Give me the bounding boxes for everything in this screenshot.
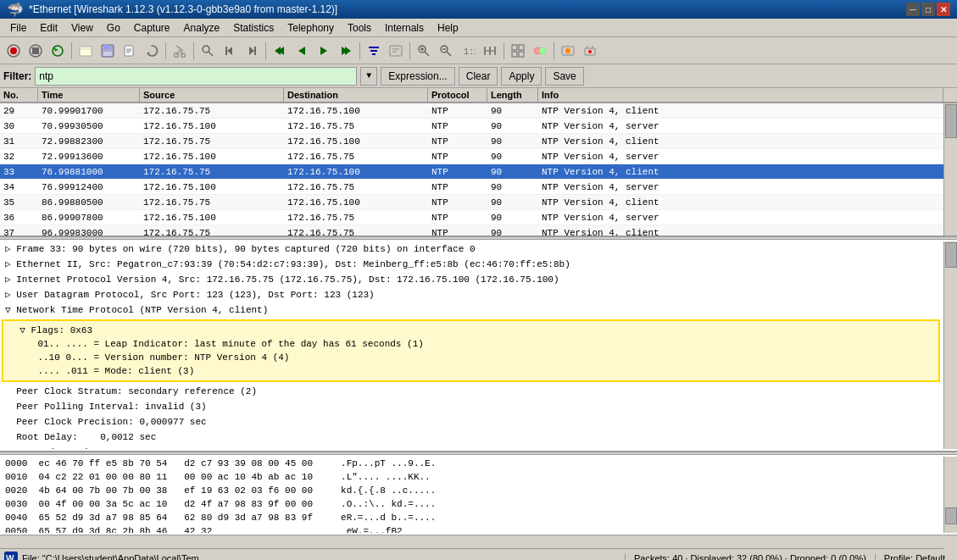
close-button[interactable]: ✕ xyxy=(937,3,950,16)
svg-rect-23 xyxy=(225,47,227,55)
cell-proto-3: NTP xyxy=(428,149,487,164)
hex-row-3: 0030 00 4f 00 00 3a 5c ac 10 d2 4f a7 98… xyxy=(5,497,938,511)
toolbar-interfaces[interactable] xyxy=(580,41,600,61)
toolbar-prev[interactable] xyxy=(292,41,312,61)
toolbar-layout[interactable] xyxy=(508,41,528,61)
titlebar-controls[interactable]: ─ □ ✕ xyxy=(906,3,950,16)
filter-input[interactable] xyxy=(35,67,357,86)
toolbar-zoom-in[interactable] xyxy=(414,41,434,61)
detail-ip[interactable]: ▷ Internet Protocol Version 4, Src: 172.… xyxy=(0,272,943,287)
menu-telephony[interactable]: Telephony xyxy=(281,20,341,36)
maximize-button[interactable]: □ xyxy=(921,3,935,16)
packet-scrollbar-thumb[interactable] xyxy=(945,104,957,138)
filter-dropdown[interactable]: ▼ xyxy=(360,67,377,86)
detail-root-dispersion: Root Dispersion: 0,2280 sec xyxy=(0,445,943,449)
minimize-button[interactable]: ─ xyxy=(906,3,920,16)
menu-edit[interactable]: Edit xyxy=(33,20,64,36)
hex-scrollbar[interactable] xyxy=(943,457,957,533)
expand-icon-ip: ▷ xyxy=(5,274,16,285)
clear-button[interactable]: Clear xyxy=(459,67,498,86)
menu-tools[interactable]: Tools xyxy=(341,20,378,36)
expression-button[interactable]: Expression... xyxy=(381,67,454,86)
toolbar-start-capture[interactable] xyxy=(3,41,24,61)
packet-row-1[interactable]: 30 70.99930500 172.16.75.100 172.16.75.7… xyxy=(0,119,943,134)
detail-ntp-flags[interactable]: ▽ Flags: 0x63 xyxy=(8,324,933,337)
hex-row-0: 0000 ec 46 70 ff e5 8b 70 54 d2 c7 93 39… xyxy=(5,457,938,470)
hex-scrollbar-thumb[interactable] xyxy=(945,507,957,524)
expand-icon-flags: ▽ xyxy=(8,325,31,335)
menu-go[interactable]: Go xyxy=(100,20,127,36)
filter-label: Filter: xyxy=(3,70,31,82)
bottom-hscrollbar[interactable] xyxy=(0,535,957,548)
toolbar-zoom-normal[interactable]: 1:1 xyxy=(458,41,478,61)
detail-scrollbar-thumb[interactable] xyxy=(945,242,957,268)
cell-time-3: 72.99913600 xyxy=(38,149,140,164)
toolbar-first[interactable] xyxy=(270,41,290,61)
cell-src-7: 172.16.75.100 xyxy=(140,210,284,225)
toolbar-sep8 xyxy=(554,42,554,59)
packet-row-8[interactable]: 37 96.99983000 172.16.75.75 172.16.75.75… xyxy=(0,225,943,236)
packet-row-0[interactable]: 29 70.99901700 172.16.75.75 172.16.75.10… xyxy=(0,103,943,119)
detail-udp[interactable]: ▷ User Datagram Protocol, Src Port: 123 … xyxy=(0,287,943,302)
apply-button[interactable]: Apply xyxy=(501,67,542,86)
packet-list-scrollbar[interactable] xyxy=(943,103,957,236)
menu-capture[interactable]: Capture xyxy=(127,20,177,36)
save-filter-button[interactable]: Save xyxy=(545,67,583,86)
toolbar-display-filter[interactable] xyxy=(386,41,406,61)
menu-statistics[interactable]: Statistics xyxy=(226,20,281,36)
toolbar-next[interactable] xyxy=(314,41,334,61)
toolbar-next-find[interactable] xyxy=(242,41,262,61)
toolbar-color-rules[interactable] xyxy=(530,41,550,61)
menu-analyze[interactable]: Analyze xyxy=(177,20,227,36)
detail-ethernet[interactable]: ▷ Ethernet II, Src: Pegatron_c7:93:39 (7… xyxy=(0,257,943,272)
bottom-hscrollbar-track[interactable] xyxy=(0,535,943,548)
toolbar-capture-options[interactable] xyxy=(558,41,578,61)
packet-row-3[interactable]: 32 72.99913600 172.16.75.100 172.16.75.7… xyxy=(0,149,943,164)
toolbar-stop-capture[interactable] xyxy=(25,41,46,61)
toolbar-open-file[interactable] xyxy=(75,41,96,61)
cell-proto-8: NTP xyxy=(428,225,487,236)
detail-scrollbar[interactable] xyxy=(943,241,957,449)
expand-icon-udp: ▷ xyxy=(5,290,16,300)
cell-len-5: 90 xyxy=(487,180,538,194)
menu-help[interactable]: Help xyxy=(431,20,465,36)
hex-rows-content: 0000 ec 46 70 ff e5 8b 70 54 d2 c7 93 39… xyxy=(0,457,943,533)
toolbar-last[interactable] xyxy=(336,41,356,61)
cell-dst-2: 172.16.75.100 xyxy=(284,134,428,148)
cell-len-6: 90 xyxy=(487,195,538,209)
toolbar-reload[interactable] xyxy=(142,41,162,61)
status-file: File: "C:\Users\student\AppData\Local\Te… xyxy=(22,553,625,561)
toolbar-save[interactable] xyxy=(97,41,118,61)
toolbar-find[interactable] xyxy=(198,41,218,61)
cell-info-8: NTP Version 4, client xyxy=(538,225,943,236)
toolbar-restart-capture[interactable] xyxy=(47,41,68,61)
hex-row-5: 0050 65 57 d9 3d 8c 2b 8h 46 42 32 eW.=.… xyxy=(5,524,938,533)
packet-row-7[interactable]: 36 86.99907800 172.16.75.100 172.16.75.7… xyxy=(0,210,943,225)
toolbar: 1:1 xyxy=(0,37,957,64)
toolbar-capture-filter[interactable] xyxy=(364,41,384,61)
hex-row-4: 0040 65 52 d9 3d a7 98 85 64 62 80 d9 3d… xyxy=(5,511,938,524)
packet-row-6[interactable]: 35 86.99880500 172.16.75.75 172.16.75.10… xyxy=(0,195,943,210)
svg-marker-29 xyxy=(320,47,327,55)
detail-leap-indicator: 01.. .... = Leap Indicator: last minute … xyxy=(8,337,933,351)
toolbar-prev-find[interactable] xyxy=(220,41,240,61)
cell-proto-7: NTP xyxy=(428,210,487,225)
toolbar-resize-columns[interactable] xyxy=(480,41,500,61)
menu-file[interactable]: File xyxy=(3,20,33,36)
cell-no-3: 32 xyxy=(0,149,38,164)
cell-dst-0: 172.16.75.100 xyxy=(284,103,428,118)
packet-row-2[interactable]: 31 72.99882300 172.16.75.75 172.16.75.10… xyxy=(0,134,943,149)
packet-row-4[interactable]: 33 76.99881000 172.16.75.75 172.16.75.10… xyxy=(0,164,943,180)
packet-header: No. Time Source Destination Protocol Len… xyxy=(0,88,957,103)
cell-time-0: 70.99901700 xyxy=(38,103,140,118)
toolbar-zoom-out[interactable] xyxy=(436,41,456,61)
header-length: Length xyxy=(487,88,538,102)
toolbar-close[interactable] xyxy=(120,41,140,61)
menu-internals[interactable]: Internals xyxy=(378,20,431,36)
detail-frame[interactable]: ▷ Frame 33: 90 bytes on wire (720 bits),… xyxy=(0,241,943,257)
svg-rect-50 xyxy=(512,45,517,50)
packet-row-5[interactable]: 34 76.99912400 172.16.75.100 172.16.75.7… xyxy=(0,180,943,195)
toolbar-cut[interactable] xyxy=(170,41,190,61)
menu-view[interactable]: View xyxy=(64,20,100,36)
detail-ntp[interactable]: ▽ Network Time Protocol (NTP Version 4, … xyxy=(0,302,943,318)
